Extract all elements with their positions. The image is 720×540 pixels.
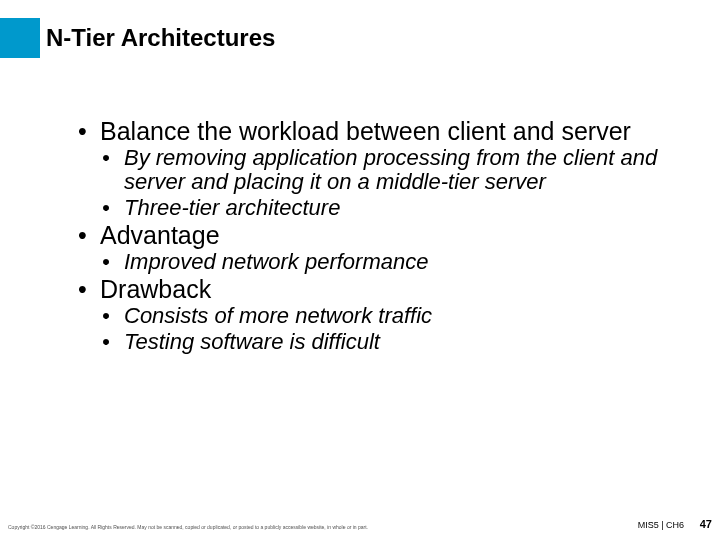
slide-title: N-Tier Architectures [46, 24, 275, 52]
accent-square [0, 18, 40, 58]
bullet-level2: Three-tier architecture [102, 196, 680, 220]
slide-content: Balance the workload between client and … [78, 118, 680, 355]
slide: N-Tier Architectures Balance the workloa… [0, 0, 720, 540]
book-label: MIS5 | CH6 [638, 520, 684, 530]
page-number: 47 [700, 518, 712, 530]
bullet-level1: Drawback [78, 276, 680, 302]
bullet-level2: By removing application processing from … [102, 146, 680, 194]
bullet-level1: Advantage [78, 222, 680, 248]
copyright-text: Copyright ©2016 Cengage Learning. All Ri… [8, 524, 368, 530]
bullet-level1: Balance the workload between client and … [78, 118, 680, 144]
bullet-level2: Testing software is difficult [102, 330, 680, 354]
footer: Copyright ©2016 Cengage Learning. All Ri… [0, 514, 720, 530]
bullet-level2: Improved network performance [102, 250, 680, 274]
bullet-level2: Consists of more network traffic [102, 304, 680, 328]
